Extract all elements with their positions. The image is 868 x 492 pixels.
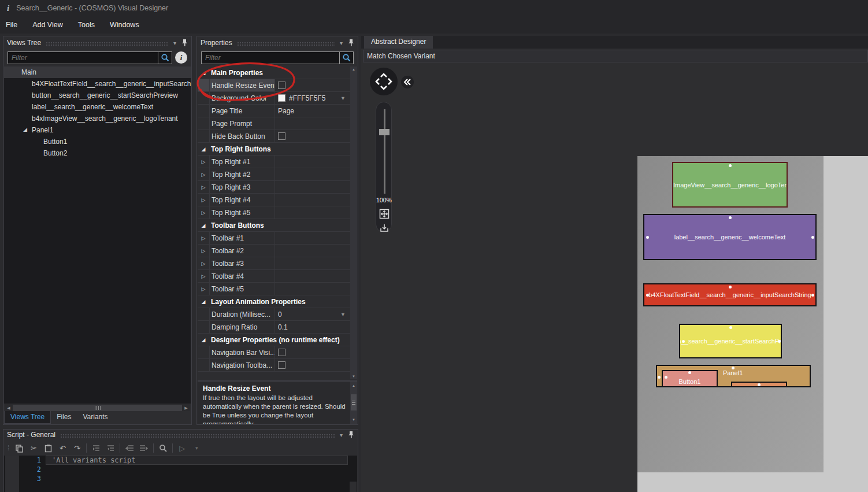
- category-layout-animation[interactable]: ◢Layout Animation Properties: [198, 295, 350, 308]
- vscroll-thumb[interactable]: [351, 394, 357, 410]
- anchor-dot[interactable]: [658, 376, 661, 379]
- color-swatch[interactable]: [278, 94, 285, 102]
- tree-item-logotenant[interactable]: b4xImageView__search__generic__logoTenan…: [4, 113, 191, 124]
- property-row-top-right-4[interactable]: ▷Top Right #4: [198, 194, 350, 206]
- scroll-left-icon[interactable]: ◀: [5, 406, 13, 410]
- tree-item-button2[interactable]: Button2: [4, 147, 191, 159]
- anchor-dot[interactable]: [729, 286, 732, 288]
- property-row-page-title[interactable]: Page TitlePage: [198, 105, 350, 117]
- properties-filter-input[interactable]: [202, 54, 339, 62]
- property-row-background-color[interactable]: Background Color#FFF5F5F5▼: [198, 92, 350, 105]
- tree-item-inputsearchstring[interactable]: b4XFloatTextField__search__generic__inpu…: [4, 78, 191, 90]
- pan-dpad-control[interactable]: [369, 67, 398, 96]
- script-vscrollbar[interactable]: [350, 482, 357, 492]
- code-line[interactable]: 1'All variants script: [4, 456, 357, 465]
- property-row-handle-resize-event[interactable]: Handle Resize Event: [198, 79, 350, 92]
- toolbar-grip[interactable]: ⁞: [8, 444, 9, 452]
- property-row-toolbar-2[interactable]: ▷Toolbar #2: [198, 245, 350, 257]
- anchor-dot[interactable]: [688, 371, 691, 374]
- menu-windows[interactable]: Windows: [110, 21, 139, 29]
- property-row-toolbar-3[interactable]: ▷Toolbar #3: [198, 257, 350, 270]
- canvas-view-imageview-logotenant[interactable]: b4xImageView__search__generic__logoTenan…: [672, 162, 788, 208]
- category-main-properties[interactable]: ◢Main Properties: [198, 66, 350, 79]
- anchor-dot[interactable]: [811, 236, 814, 239]
- anchor-dot[interactable]: [778, 340, 781, 343]
- expand-icon[interactable]: ▷: [202, 172, 206, 177]
- cut-icon[interactable]: ✂: [28, 443, 39, 453]
- hscroll-thumb[interactable]: [13, 405, 182, 411]
- expand-icon[interactable]: ▷: [202, 197, 206, 203]
- property-row-navigation-bar-visible[interactable]: Navigation Bar Visi...: [198, 346, 350, 359]
- expanded-icon[interactable]: ◢: [202, 223, 206, 228]
- checkbox[interactable]: [278, 132, 285, 140]
- scroll-up-icon[interactable]: ▲: [350, 68, 357, 71]
- expand-icon[interactable]: ▷: [202, 248, 206, 254]
- dropdown-caret-icon[interactable]: ▼: [340, 312, 346, 317]
- tab-files[interactable]: Files: [51, 411, 77, 424]
- canvas-view-startsearchpreview[interactable]: button__search__generic__startSearchPrev…: [679, 324, 782, 358]
- anchor-dot[interactable]: [646, 236, 649, 239]
- tab-views-tree[interactable]: Views Tree: [4, 411, 51, 424]
- property-row-top-right-1[interactable]: ▷Top Right #1: [198, 156, 350, 168]
- scroll-up-icon[interactable]: ▲: [350, 384, 357, 387]
- anchor-dot[interactable]: [665, 376, 667, 379]
- anchor-dot[interactable]: [646, 294, 649, 297]
- info-icon[interactable]: i: [175, 51, 187, 64]
- panel-menu-caret-icon[interactable]: ▾: [173, 40, 176, 46]
- properties-header[interactable]: Properties ▾: [197, 36, 358, 49]
- pin-icon[interactable]: [181, 39, 188, 47]
- anchor-dot[interactable]: [758, 383, 761, 386]
- anchor-dot[interactable]: [732, 367, 735, 369]
- paste-icon[interactable]: [43, 443, 53, 453]
- zoom-slider-handle[interactable]: [379, 129, 390, 135]
- property-row-page-prompt[interactable]: Page Prompt: [198, 117, 350, 130]
- zoom-slider-track[interactable]: [384, 109, 385, 194]
- anchor-dot[interactable]: [729, 216, 732, 219]
- tree-item-main[interactable]: Main: [4, 66, 191, 78]
- expanded-icon[interactable]: ◢: [202, 337, 206, 343]
- property-row-top-right-3[interactable]: ▷Top Right #3: [198, 181, 350, 194]
- expand-icon[interactable]: ▷: [202, 286, 206, 292]
- properties-filter-search-button[interactable]: [339, 52, 353, 64]
- copy-icon[interactable]: [14, 443, 24, 453]
- property-row-damping-ratio[interactable]: Damping Ratio0.1: [198, 321, 350, 334]
- canvas-view-label-welcometext[interactable]: label__search__generic__welcomeText: [643, 214, 817, 260]
- run-icon[interactable]: ▷: [177, 443, 187, 453]
- load-layout-button[interactable]: [379, 223, 390, 233]
- menu-add-view[interactable]: Add View: [32, 21, 63, 29]
- properties-vscrollbar[interactable]: ▲ ▼: [350, 66, 357, 379]
- views-filter-input[interactable]: [8, 54, 158, 62]
- script-header[interactable]: Script - General ▾: [3, 430, 358, 440]
- dropdown-caret-icon[interactable]: ▼: [340, 95, 346, 101]
- checkbox[interactable]: [278, 361, 285, 369]
- views-filter-search-button[interactable]: [158, 52, 172, 64]
- checkbox[interactable]: [278, 349, 285, 356]
- tab-abstract-designer[interactable]: Abstract Designer: [364, 36, 433, 49]
- code-line[interactable]: 2: [4, 465, 357, 474]
- property-row-duration[interactable]: Duration (Millisec...0▼: [198, 308, 350, 321]
- collapse-toolbox-button[interactable]: [400, 75, 414, 89]
- expand-icon[interactable]: ▷: [202, 159, 206, 165]
- checkbox[interactable]: [278, 82, 285, 89]
- scroll-down-icon[interactable]: ▼: [350, 375, 357, 378]
- fit-to-screen-button[interactable]: [379, 209, 390, 219]
- anchor-dot[interactable]: [682, 340, 685, 343]
- views-tree-header[interactable]: Views Tree ▾: [3, 36, 191, 49]
- category-designer-properties[interactable]: ◢Designer Properties (no runtime effect): [198, 334, 350, 346]
- outdent-icon[interactable]: [105, 443, 116, 453]
- layout-page-canvas[interactable]: b4xImageView__search__generic__logoTenan…: [637, 156, 824, 472]
- panel-menu-caret-icon[interactable]: ▾: [340, 432, 343, 438]
- expand-icon[interactable]: ▷: [202, 261, 206, 267]
- tree-item-startsearchpreview[interactable]: button__search__generic__startSearchPrev…: [4, 90, 191, 101]
- anchor-dot[interactable]: [729, 326, 732, 329]
- move-right-icon[interactable]: [139, 443, 149, 453]
- property-row-navigation-toolbar[interactable]: Navigation Toolba...: [198, 359, 350, 372]
- description-vscrollbar[interactable]: ▲ ▼: [350, 382, 357, 424]
- anchor-dot[interactable]: [811, 294, 814, 297]
- script-editor[interactable]: 1'All variants script 2 3: [4, 456, 357, 492]
- property-row-toolbar-5[interactable]: ▷Toolbar #5: [198, 283, 350, 295]
- code-line[interactable]: 3: [4, 474, 357, 483]
- expand-icon[interactable]: ▷: [202, 184, 206, 190]
- category-top-right-buttons[interactable]: ◢Top Right Buttons: [198, 143, 350, 156]
- expand-icon[interactable]: ▷: [202, 235, 206, 241]
